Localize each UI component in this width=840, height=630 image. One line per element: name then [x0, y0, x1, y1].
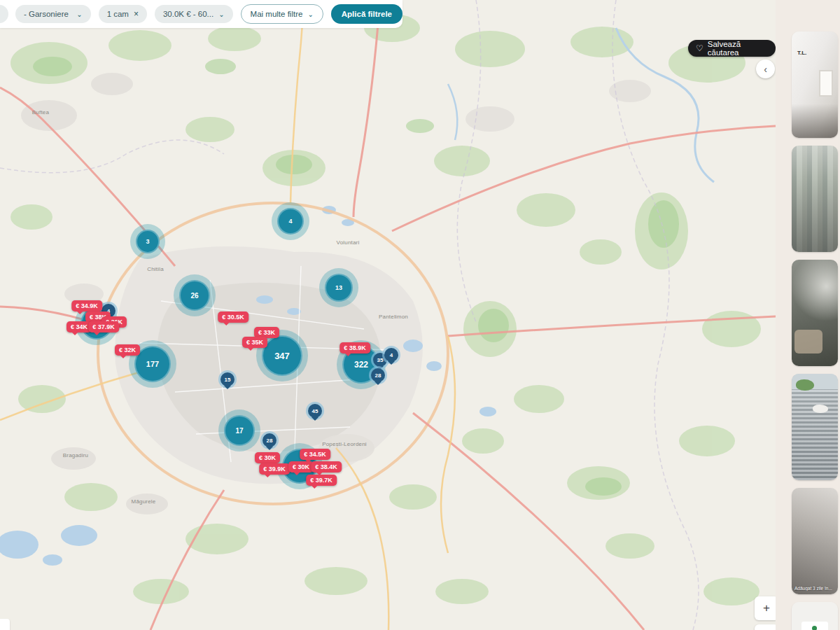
map-price-pin[interactable]: € 30K	[255, 452, 280, 463]
plus-icon: +	[763, 601, 770, 615]
listing-thumbnail[interactable]	[792, 602, 838, 630]
collapse-sidebar-button[interactable]: ‹	[756, 59, 775, 78]
rooms-chip-label: 1 cam	[107, 10, 129, 18]
map-price-pin[interactable]: € 30K	[288, 461, 314, 472]
map-price-pin[interactable]: € 38.9K	[340, 342, 370, 354]
map-count-pin[interactable]: 28	[371, 368, 385, 382]
price-range-dropdown[interactable]: 30.0K € - 60... ⌄	[155, 5, 233, 23]
remove-chip-icon[interactable]: ×	[134, 9, 139, 19]
more-filters-label: Mai multe filtre	[251, 10, 303, 18]
map-count-pin[interactable]: 15	[220, 372, 234, 386]
map-price-pin[interactable]: € 32K	[115, 344, 140, 356]
map-price-pin[interactable]: € 39.7K	[306, 475, 337, 486]
map-cluster[interactable]: 4	[277, 208, 304, 234]
chevron-down-icon: ⌄	[307, 10, 313, 18]
map-place-label: Voluntari	[337, 239, 360, 246]
map-price-pin[interactable]: € 39.9K	[259, 463, 290, 475]
property-type-value: - Garsoniere	[24, 10, 69, 18]
price-range-value: 30.0K € - 60...	[163, 10, 214, 18]
map-place-label: Chitila	[147, 266, 164, 272]
zoom-out-button[interactable]	[755, 624, 776, 630]
chevron-down-icon: ⌄	[218, 10, 224, 18]
results-sidebar: T.L.Adăugat 3 zile în...	[776, 0, 840, 630]
heart-icon: ♡	[696, 44, 704, 52]
map-place-label: Bragadiru	[63, 452, 89, 458]
listing-thumbnail[interactable]	[792, 146, 838, 252]
save-search-label: Salvează căutarea	[708, 40, 768, 57]
map-control-partial[interactable]	[0, 619, 10, 630]
apply-filters-button[interactable]: Aplică filtrele	[331, 4, 402, 24]
map-cluster[interactable]: 26	[179, 280, 210, 311]
map-price-pin[interactable]: € 34.9K	[71, 300, 102, 312]
sidebar-thumbs: T.L.Adăugat 3 zile în...	[792, 31, 838, 630]
map-price-pin[interactable]: € 30.5K	[218, 312, 248, 323]
map-place-label: Măgurele	[132, 498, 156, 505]
more-filters-button[interactable]: Mai multe filtre ⌄	[241, 4, 323, 24]
partial-filter-pill[interactable]	[0, 5, 8, 23]
filter-bar: - Garsoniere ⌄ 1 cam × 30.0K € - 60... ⌄…	[0, 0, 402, 28]
map-markers-layer: 34261317734732217435428154528€ 34.9K€ 38…	[0, 0, 776, 630]
map-cluster[interactable]: 3	[136, 230, 160, 253]
page: 34261317734732217435428154528€ 34.9K€ 38…	[0, 0, 840, 630]
map-price-pin[interactable]: € 37.9K	[88, 321, 119, 332]
map-count-pin[interactable]: 28	[262, 433, 276, 447]
map-count-pin[interactable]: 4	[384, 348, 398, 362]
map-cluster[interactable]: 17	[224, 415, 255, 446]
map-cluster[interactable]: 13	[325, 274, 353, 302]
zoom-in-button[interactable]: +	[755, 596, 776, 620]
map-price-pin[interactable]: € 38.4K	[311, 461, 342, 472]
map-place-label: Pantelimon	[379, 314, 408, 320]
map-count-pin[interactable]: 45	[308, 404, 322, 418]
map-price-pin[interactable]: € 35K	[242, 337, 267, 348]
listing-thumbnail[interactable]	[792, 374, 838, 480]
listing-thumbnail[interactable]	[792, 260, 838, 366]
map-cluster[interactable]: 347	[262, 335, 302, 376]
map-canvas[interactable]: 34261317734732217435428154528€ 34.9K€ 38…	[0, 0, 776, 630]
map-place-label: Buftea	[32, 109, 49, 115]
rooms-filter-chip[interactable]: 1 cam ×	[99, 5, 147, 23]
listing-thumbnail[interactable]: Adăugat 3 zile în...	[792, 488, 838, 594]
property-type-dropdown[interactable]: - Garsoniere ⌄	[15, 5, 91, 23]
map-price-pin[interactable]: € 34.5K	[300, 449, 330, 460]
photo-watermark: T.L.	[797, 50, 806, 56]
listing-thumbnail[interactable]: T.L.	[792, 31, 838, 138]
chevron-down-icon: ⌄	[76, 10, 82, 18]
chevron-left-icon: ‹	[764, 64, 767, 75]
agency-logo	[802, 622, 828, 630]
save-search-button[interactable]: ♡ Salvează căutarea	[688, 40, 776, 57]
thumbnail-caption: Adăugat 3 zile în...	[794, 586, 836, 591]
map-place-label: Popești-Leordeni	[322, 441, 367, 447]
